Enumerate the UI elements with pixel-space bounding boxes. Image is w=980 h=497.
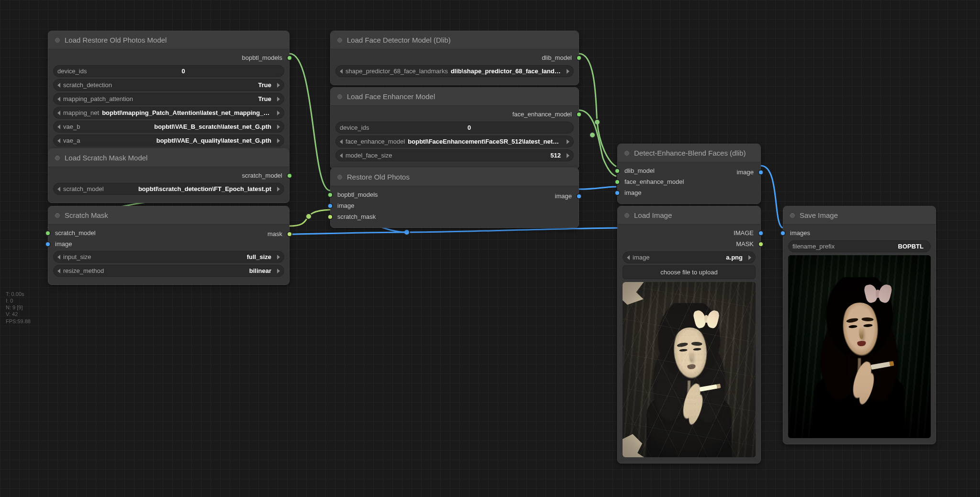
node-header[interactable]: Load Image	[618, 206, 760, 225]
node-header[interactable]: Load Face Detector Model (Dlib)	[331, 31, 579, 49]
input-image[interactable]: image	[53, 238, 284, 249]
output-image[interactable]: image	[335, 191, 574, 202]
chevron-left-icon[interactable]	[57, 97, 60, 102]
chevron-left-icon[interactable]	[340, 69, 343, 74]
port-out[interactable]	[758, 230, 764, 236]
node-header[interactable]: Detect-Enhance-Blend Faces (dlib)	[618, 144, 760, 162]
widget-filename-prefix[interactable]: filename_prefix BOPBTL	[788, 240, 931, 252]
port-in[interactable]	[327, 192, 333, 198]
port-in[interactable]	[614, 190, 620, 196]
port-out[interactable]	[287, 231, 292, 237]
widget-device-ids[interactable]: device_ids 0	[53, 65, 284, 77]
widget-shape-predictor[interactable]: shape_predictor_68_face_landmarks dlib\s…	[335, 65, 574, 77]
widget-mapping-patch-attention[interactable]: mapping_patch_attention True	[53, 93, 284, 105]
node-header[interactable]: Load Restore Old Photos Model	[48, 31, 289, 49]
node-load-scratch-mask-model[interactable]: Load Scratch Mask Model scratch_model sc…	[48, 148, 290, 203]
node-load-restore-old-photos-model[interactable]: Load Restore Old Photos Model bopbtl_mod…	[48, 31, 290, 155]
collapse-dot-icon[interactable]	[337, 38, 342, 43]
node-load-image[interactable]: Load Image IMAGE MASK image a.png choose…	[617, 206, 761, 463]
output-face-enhance-model[interactable]: face_enhance_model	[335, 109, 574, 120]
chevron-left-icon[interactable]	[57, 255, 60, 260]
collapse-dot-icon[interactable]	[337, 175, 342, 180]
node-header[interactable]: Scratch Mask	[48, 206, 289, 225]
input-scratch-mask[interactable]: scratch_mask	[335, 211, 574, 222]
node-header[interactable]: Load Scratch Mask Model	[48, 149, 289, 167]
chevron-left-icon[interactable]	[57, 111, 60, 115]
port-in[interactable]	[45, 230, 51, 236]
output-image[interactable]: IMAGE	[623, 227, 756, 238]
output-mask[interactable]: MASK	[623, 238, 756, 249]
port-out[interactable]	[287, 173, 292, 179]
image-preview[interactable]	[623, 282, 756, 457]
widget-input-size[interactable]: input_size full_size	[53, 251, 284, 263]
collapse-dot-icon[interactable]	[55, 38, 60, 43]
widget-vae-b[interactable]: vae_b bopbtl\VAE_B_scratch\latest_net_G.…	[53, 121, 284, 133]
chevron-right-icon[interactable]	[567, 139, 569, 144]
widget-scratch-detection[interactable]: scratch_detection True	[53, 79, 284, 91]
widget-device-ids[interactable]: device_ids 0	[335, 122, 574, 134]
node-header[interactable]: Load Face Enhancer Model	[331, 88, 579, 106]
port-in[interactable]	[45, 241, 51, 247]
chevron-left-icon[interactable]	[340, 153, 343, 158]
port-in[interactable]	[327, 214, 333, 220]
chevron-right-icon[interactable]	[277, 111, 280, 115]
chevron-right-icon[interactable]	[277, 187, 280, 192]
input-image[interactable]: image	[335, 200, 574, 211]
collapse-dot-icon[interactable]	[790, 213, 795, 218]
image-preview[interactable]	[788, 255, 931, 438]
node-header[interactable]: Save Image	[783, 206, 935, 225]
port-in[interactable]	[614, 179, 620, 185]
port-in[interactable]	[780, 230, 786, 236]
chevron-right-icon[interactable]	[277, 138, 280, 143]
chevron-right-icon[interactable]	[567, 153, 569, 158]
widget-vae-a[interactable]: vae_a bopbtl\VAE_A_quality\latest_net_G.…	[53, 135, 284, 147]
chevron-left-icon[interactable]	[57, 124, 60, 129]
chevron-left-icon[interactable]	[57, 138, 60, 143]
collapse-dot-icon[interactable]	[337, 94, 342, 99]
widget-scratch-model[interactable]: scratch_model bopbtl\scratch_detection\F…	[53, 183, 284, 195]
collapse-dot-icon[interactable]	[624, 151, 629, 156]
node-detect-enhance-blend-faces[interactable]: Detect-Enhance-Blend Faces (dlib) dlib_m…	[617, 144, 761, 204]
chevron-right-icon[interactable]	[748, 255, 751, 260]
collapse-dot-icon[interactable]	[55, 156, 60, 160]
input-image[interactable]: image	[623, 187, 756, 198]
collapse-dot-icon[interactable]	[55, 213, 60, 218]
port-out[interactable]	[576, 193, 582, 199]
chevron-right-icon[interactable]	[277, 269, 280, 273]
widget-model-face-size[interactable]: model_face_size 512	[335, 149, 574, 161]
input-images[interactable]: images	[788, 227, 931, 238]
port-in[interactable]	[614, 168, 620, 174]
chevron-right-icon[interactable]	[277, 255, 280, 260]
node-save-image[interactable]: Save Image images filename_prefix BOPBTL	[783, 206, 936, 444]
output-mask[interactable]: mask	[53, 228, 284, 239]
node-scratch-mask[interactable]: Scratch Mask scratch_model image mask in…	[48, 206, 290, 285]
chevron-left-icon[interactable]	[627, 255, 630, 260]
port-out[interactable]	[758, 241, 764, 247]
collapse-dot-icon[interactable]	[624, 213, 629, 218]
node-header[interactable]: Restore Old Photos	[331, 168, 579, 186]
port-out[interactable]	[287, 55, 292, 61]
chevron-left-icon[interactable]	[57, 83, 60, 88]
chevron-right-icon[interactable]	[567, 69, 569, 74]
chevron-left-icon[interactable]	[57, 187, 60, 192]
chevron-right-icon[interactable]	[277, 83, 280, 88]
widget-mapping-net[interactable]: mapping_net bopbtl\mapping_Patch_Attenti…	[53, 107, 284, 119]
node-load-face-enhancer-model[interactable]: Load Face Enhancer Model face_enhance_mo…	[330, 87, 579, 169]
upload-button[interactable]: choose file to upload	[623, 265, 756, 279]
port-out[interactable]	[576, 112, 582, 117]
output-scratch-model[interactable]: scratch_model	[53, 170, 284, 181]
node-restore-old-photos[interactable]: Restore Old Photos bopbtl_models image s…	[330, 168, 579, 228]
chevron-right-icon[interactable]	[277, 124, 280, 129]
output-dlib-model[interactable]: dlib_model	[335, 52, 574, 63]
chevron-left-icon[interactable]	[340, 139, 343, 144]
port-in[interactable]	[327, 203, 333, 209]
chevron-right-icon[interactable]	[277, 97, 280, 102]
port-out[interactable]	[576, 55, 582, 61]
port-out[interactable]	[758, 169, 764, 175]
input-face-enhance-model[interactable]: face_enhance_model	[623, 176, 756, 187]
widget-face-enhance-model[interactable]: face_enhance_model bopbtl\FaceEnhancemen…	[335, 136, 574, 147]
output-bopbtl-models[interactable]: bopbtl_models	[53, 52, 284, 63]
output-image[interactable]: image	[623, 167, 756, 178]
node-load-face-detector-model[interactable]: Load Face Detector Model (Dlib) dlib_mod…	[330, 31, 579, 85]
widget-image[interactable]: image a.png	[623, 251, 756, 263]
